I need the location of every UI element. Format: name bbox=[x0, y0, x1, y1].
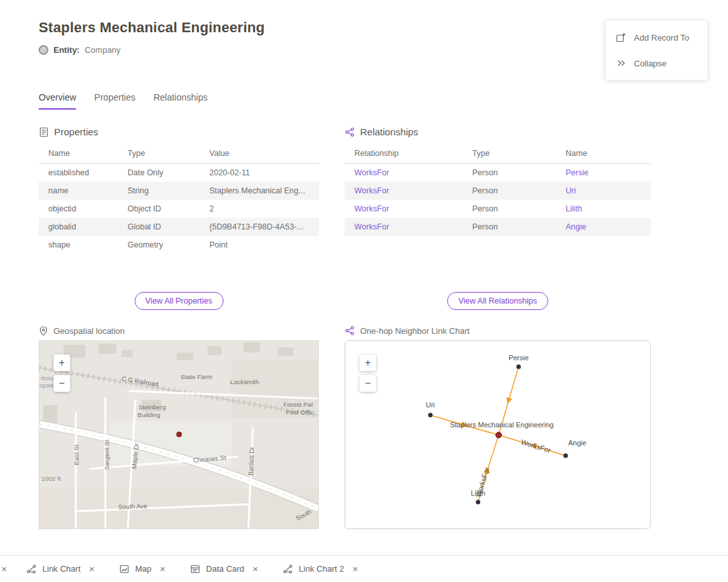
relationship-type: Person bbox=[467, 200, 560, 218]
property-value: Point bbox=[204, 236, 319, 254]
column-header: Value bbox=[204, 144, 319, 164]
view-all-relationships-button[interactable]: View All Relationships bbox=[447, 292, 548, 310]
tab-close-icon[interactable]: × bbox=[89, 563, 95, 574]
table-row: WorksFor Person Angie bbox=[345, 218, 651, 236]
map-label: Bartlett Dr bbox=[247, 446, 256, 476]
column-header: Name bbox=[560, 144, 651, 164]
map-icon bbox=[119, 564, 129, 574]
entity-type-icon bbox=[39, 45, 48, 55]
map-label: East St bbox=[73, 445, 80, 465]
node-angie[interactable] bbox=[564, 454, 568, 458]
table-row: WorksFor Person Uri bbox=[345, 182, 651, 200]
tab-bar: Overview Properties Relationships bbox=[39, 92, 207, 110]
property-type: Date Only bbox=[122, 164, 204, 182]
relationship-link[interactable]: WorksFor bbox=[345, 164, 467, 182]
add-record-icon bbox=[616, 32, 626, 43]
property-value: 2 bbox=[204, 200, 319, 218]
table-row: WorksFor Person Lilith bbox=[345, 200, 651, 218]
link-chart-panel: + − WorksFor WorksFor bbox=[345, 340, 651, 529]
view-all-properties-button[interactable]: View All Properties bbox=[135, 292, 224, 310]
node-label: Persie bbox=[508, 354, 528, 362]
table-row: name String Staplers Mechanical Eng... bbox=[39, 182, 319, 200]
property-type: String bbox=[122, 182, 204, 200]
link-chart-title-text: One-hop Neighbor Link Chart bbox=[360, 326, 470, 336]
menu-item-label: Collapse bbox=[634, 59, 667, 68]
related-entity-link[interactable]: Persie bbox=[560, 164, 651, 182]
column-header: Type bbox=[122, 144, 204, 164]
entity-header: Staplers Mechanical Engineering Entity: … bbox=[39, 19, 265, 55]
properties-section-title: Properties bbox=[54, 126, 98, 137]
property-name: globalid bbox=[39, 218, 122, 236]
bottom-tab-link-chart[interactable]: Link Chart × bbox=[26, 563, 95, 574]
relationships-section: Relationships Relationship Type Name Wor… bbox=[345, 122, 651, 281]
data-card-view: Staplers Mechanical Engineering Entity: … bbox=[0, 0, 728, 582]
tab-close-icon[interactable]: × bbox=[1, 563, 7, 574]
map-zoom-out-button[interactable]: − bbox=[53, 375, 70, 392]
tab-properties[interactable]: Properties bbox=[94, 92, 135, 110]
related-entity-link[interactable]: Angie bbox=[560, 218, 651, 236]
related-entity-link[interactable]: Uri bbox=[560, 182, 651, 200]
table-row: globalid Global ID {5D9B4713-F98D-4A53-.… bbox=[39, 218, 319, 236]
relationships-table: Relationship Type Name WorksFor Person P… bbox=[345, 144, 651, 236]
relationship-type: Person bbox=[467, 218, 560, 236]
property-name: name bbox=[39, 182, 122, 200]
related-entity-link[interactable]: Lilith bbox=[560, 200, 651, 218]
bottom-tab-label: Link Chart bbox=[43, 564, 81, 574]
map-label: Steinberg bbox=[139, 403, 166, 411]
bottom-tab-label: Map bbox=[135, 564, 151, 574]
geospatial-section-title: Geospatial location bbox=[39, 321, 319, 340]
node-lilith[interactable] bbox=[476, 500, 481, 505]
node-uri[interactable] bbox=[428, 413, 433, 418]
table-row: objectid Object ID 2 bbox=[39, 200, 319, 218]
context-menu: Add Record To Collapse bbox=[606, 21, 707, 80]
tab-overview[interactable]: Overview bbox=[39, 92, 76, 110]
property-type: Object ID bbox=[122, 200, 204, 218]
page-title: Staplers Mechanical Engineering bbox=[39, 19, 265, 36]
relationship-link[interactable]: WorksFor bbox=[345, 182, 467, 200]
bottom-tab-label: Link Chart 2 bbox=[299, 564, 344, 574]
collapse-icon bbox=[616, 58, 626, 68]
bottom-tab-label: Data Card bbox=[206, 564, 244, 574]
map-label: State Farm bbox=[180, 373, 212, 380]
property-value: {5D9B4713-F98D-4A53-... bbox=[204, 218, 319, 236]
tab-close-icon[interactable]: × bbox=[253, 563, 258, 574]
link-chart-canvas[interactable]: WorksFor WorksFor Persie Uri Angie Lilit… bbox=[345, 341, 650, 529]
menu-item-collapse[interactable]: Collapse bbox=[606, 50, 707, 76]
relationship-link[interactable]: WorksFor bbox=[345, 218, 467, 236]
node-persie[interactable] bbox=[517, 365, 521, 369]
menu-item-label: Add Record To bbox=[634, 33, 689, 43]
bottom-tab-data-card[interactable]: Data Card × bbox=[190, 563, 258, 574]
tab-relationships[interactable]: Relationships bbox=[153, 92, 207, 110]
edge-label: WorksFor bbox=[520, 438, 551, 454]
relationship-type: Person bbox=[467, 182, 560, 200]
overview-content: Properties Name Type Value established bbox=[39, 122, 651, 529]
map-label: Post Offic bbox=[286, 409, 314, 416]
entity-location-marker[interactable] bbox=[177, 432, 182, 437]
map-pin-icon bbox=[39, 326, 48, 336]
link-chart-icon bbox=[283, 564, 293, 574]
map-label: Sargent St bbox=[102, 440, 110, 470]
property-type: Geometry bbox=[122, 236, 204, 254]
bottom-tab-bar: × Link Chart × Map × Data Ca bbox=[0, 555, 728, 582]
properties-section: Properties Name Type Value established bbox=[39, 122, 319, 281]
map-canvas[interactable]: rbour opaedics C G Railroad State Farm L… bbox=[39, 341, 318, 529]
relationship-link[interactable]: WorksFor bbox=[345, 200, 467, 218]
tab-close-icon[interactable]: × bbox=[352, 563, 358, 574]
bottom-tab-link-chart-2[interactable]: Link Chart 2 × bbox=[283, 563, 358, 574]
menu-item-add-record-to[interactable]: Add Record To bbox=[606, 24, 707, 50]
property-name: established bbox=[39, 164, 122, 182]
property-type: Global ID bbox=[122, 218, 204, 236]
tab-close-icon[interactable]: × bbox=[160, 563, 166, 574]
link-chart-icon bbox=[26, 564, 37, 574]
node-label: Angie bbox=[568, 439, 586, 447]
table-row: established Date Only 2020-02-11 bbox=[39, 164, 319, 182]
chart-zoom-out-button[interactable]: − bbox=[359, 375, 376, 392]
node-center-entity[interactable] bbox=[496, 432, 502, 438]
property-name: shape bbox=[39, 236, 122, 254]
chart-zoom-in-button[interactable]: + bbox=[359, 354, 376, 371]
property-value: 2020-02-11 bbox=[204, 164, 319, 182]
table-row: WorksFor Person Persie bbox=[345, 164, 651, 182]
map-zoom-in-button[interactable]: + bbox=[53, 354, 70, 371]
bottom-tab-map[interactable]: Map × bbox=[119, 563, 166, 574]
property-value: Staplers Mechanical Eng... bbox=[204, 182, 319, 200]
